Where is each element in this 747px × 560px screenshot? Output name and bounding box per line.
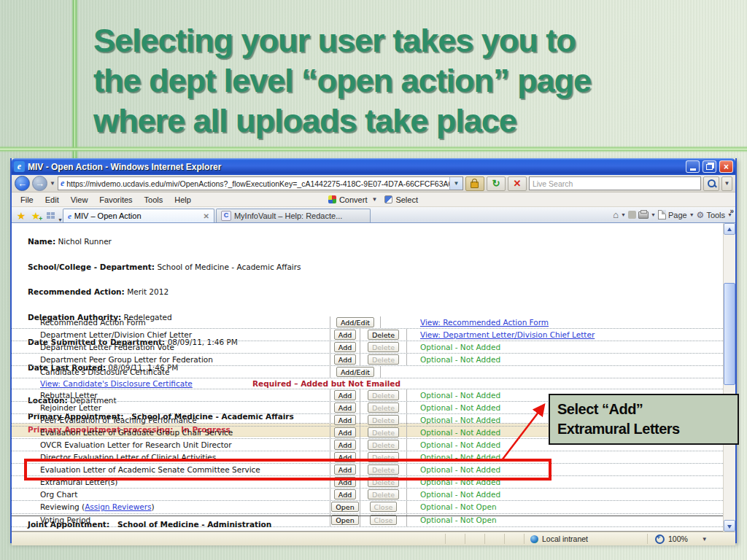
zoom-dropdown-icon[interactable]: ▼: [702, 536, 708, 542]
add-button[interactable]: Add: [334, 427, 356, 438]
convert-dropdown-icon[interactable]: ▼: [371, 196, 377, 203]
row-status[interactable]: View: Department Letter/Division Chief L…: [420, 330, 595, 339]
add-button[interactable]: Add: [334, 489, 356, 499]
open-button[interactable]: Open: [331, 502, 358, 512]
search-dropdown[interactable]: ▼: [721, 176, 732, 191]
browser-window: e MIV - Open Action - Windows Internet E…: [10, 158, 737, 543]
decor-vertical-line: [71, 0, 78, 158]
tab-list-dropdown-icon[interactable]: ▼: [58, 217, 63, 222]
menu-edit[interactable]: Edit: [39, 195, 65, 204]
action-row: Department Letter Federation VoteAddDele…: [12, 341, 723, 354]
tab-myinfovault-help[interactable]: C MyInfoVault – Help: Redacte...: [216, 209, 371, 222]
zoom-level: 100%: [668, 534, 688, 543]
slide-title-line: the dept level “open action” page: [93, 61, 728, 101]
tab-miv-open-action[interactable]: e MIV – Open Action ✕: [63, 209, 214, 222]
forward-button[interactable]: →: [32, 176, 47, 191]
button-cell: Add: [330, 427, 360, 438]
restore-button[interactable]: [703, 160, 716, 173]
tools-menu-button[interactable]: Tools: [706, 211, 725, 219]
select-button[interactable]: Select: [395, 195, 418, 204]
status-cell: [465, 534, 484, 544]
home-icon[interactable]: ⌂: [613, 210, 619, 219]
delete-button: Delete: [368, 415, 399, 425]
add-button[interactable]: Add: [334, 415, 356, 425]
select-icon: [384, 195, 392, 203]
delete-button[interactable]: Delete: [368, 330, 399, 340]
disclosure-status: Required – Added but Not Emailed: [252, 379, 400, 388]
menu-file[interactable]: File: [15, 195, 39, 204]
refresh-button[interactable]: ↻: [487, 176, 506, 191]
print-dropdown-icon[interactable]: ▼: [651, 212, 656, 217]
row-label: Rebuttal Letter: [40, 391, 98, 400]
history-dropdown-icon[interactable]: ▼: [50, 180, 55, 187]
scrollbar-thumb[interactable]: [724, 283, 735, 385]
tab-bar: ★ ★ ▼ e MIV – Open Action ✕ C MyInfoVaul…: [12, 207, 735, 222]
assign-reviewers-link[interactable]: Assign Reviewers: [85, 502, 151, 511]
action-row: Recommended Action FormAdd/EditView: Rec…: [12, 316, 723, 329]
add-button[interactable]: Add: [334, 330, 356, 340]
search-button[interactable]: [703, 176, 719, 191]
home-dropdown-icon[interactable]: ▼: [621, 212, 626, 217]
add-button[interactable]: Add: [334, 440, 356, 450]
scroll-down-icon[interactable]: [724, 520, 735, 532]
url-text: https://mivdemo.ucdavis.edu/miv/OpenActi…: [66, 179, 449, 188]
delete-button: Delete: [368, 440, 399, 450]
info-line: Recommended Action: Merit 2012: [28, 288, 735, 297]
button-cell: Delete: [360, 402, 407, 413]
slide-title: Selecting your user takes you to the dep…: [93, 20, 728, 141]
menu-bar: File Edit View Favorites Tools Help Conv…: [12, 192, 735, 207]
status-cell: [504, 534, 524, 544]
print-icon[interactable]: [638, 211, 649, 219]
zoom-control[interactable]: 100% ▼: [647, 534, 735, 544]
add-button[interactable]: Add: [334, 402, 356, 413]
menu-help[interactable]: Help: [169, 195, 197, 204]
menu-favorites[interactable]: Favorites: [93, 195, 138, 204]
button-cell: Add: [330, 341, 360, 353]
button-cell: Delete: [360, 439, 407, 451]
add-button[interactable]: Add: [334, 354, 356, 365]
menu-tools[interactable]: Tools: [139, 195, 169, 204]
row-status[interactable]: View: Recommended Action Form: [420, 318, 549, 327]
close-button[interactable]: ×: [719, 160, 733, 173]
search-input[interactable]: Live Search: [529, 176, 701, 190]
vertical-scrollbar[interactable]: [723, 223, 735, 532]
quick-tabs-button[interactable]: [43, 209, 58, 222]
add-button[interactable]: Add: [334, 342, 356, 352]
delete-button: Delete: [368, 489, 399, 499]
button-cell: Delete: [360, 489, 407, 500]
row-label: Reviewing (Assign Reviewers): [40, 502, 155, 511]
button-cell: Add: [330, 489, 360, 500]
highlight-rectangle: [24, 459, 551, 481]
joint-appointment-heading: Joint Appointment: School of Medicine - …: [12, 516, 723, 532]
stop-button[interactable]: ✕: [508, 176, 527, 191]
page-dropdown-icon[interactable]: ▼: [689, 212, 694, 217]
menu-view[interactable]: View: [65, 195, 94, 204]
star-icon: ★: [17, 211, 26, 221]
row-status: Optional - Not Added: [420, 343, 500, 351]
tab-close-icon[interactable]: ✕: [204, 212, 209, 220]
status-cell: [445, 534, 465, 544]
action-row: Candidate's Disclosure CertificateAdd/Ed…: [12, 366, 723, 378]
page-menu-button[interactable]: Page: [668, 211, 687, 219]
lock-icon: [471, 182, 479, 188]
url-field[interactable]: e https://mivdemo.ucdavis.edu/miv/OpenAc…: [58, 176, 463, 190]
back-button[interactable]: ←: [15, 176, 30, 191]
favorites-center-button[interactable]: ★: [14, 209, 28, 222]
scroll-up-icon[interactable]: [724, 223, 735, 235]
window-titlebar[interactable]: e MIV - Open Action - Windows Internet E…: [12, 158, 735, 175]
feeds-icon[interactable]: [628, 211, 636, 219]
add-edit-button[interactable]: Add/Edit: [336, 317, 374, 327]
convert-button[interactable]: Convert: [339, 195, 368, 204]
add-edit-button[interactable]: Add/Edit: [336, 367, 374, 377]
add-button[interactable]: Add: [334, 390, 356, 400]
url-dropdown-icon[interactable]: ▼: [449, 177, 462, 190]
toolbar-overflow-chevron[interactable]: »: [729, 207, 734, 215]
security-lock-button[interactable]: [465, 176, 484, 191]
view-disclosure-link[interactable]: View: Candidate's Disclosure Certificate: [40, 379, 193, 388]
button-cell: Close: [360, 501, 407, 513]
button-cell: Add: [330, 414, 360, 426]
button-cell: Delete: [360, 427, 407, 438]
minimize-button[interactable]: [686, 160, 700, 173]
page-icon: [658, 210, 666, 219]
add-favorite-button[interactable]: ★: [28, 209, 43, 222]
